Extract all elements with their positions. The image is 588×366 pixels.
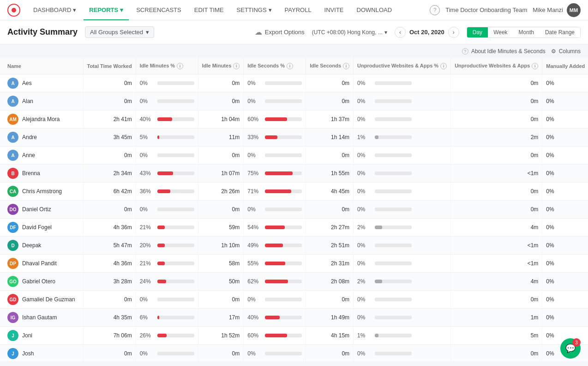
name-cell: DODaniel Ortiz: [0, 201, 83, 219]
user-avatar: MM: [567, 3, 581, 17]
date-prev-button[interactable]: [395, 27, 406, 38]
total-time-cell: 5h 47m: [83, 237, 136, 255]
unprod-cell: <1m: [451, 165, 542, 183]
idle-pct-cell: 0%: [136, 146, 198, 165]
nav-item-settings[interactable]: SETTINGS: [231, 0, 277, 20]
nav-item-payroll[interactable]: PAYROLL: [279, 0, 317, 20]
table-row[interactable]: AAlan0m0%0m0%0m0%0m0%: [0, 92, 588, 110]
user-menu[interactable]: Mike Manzi MM: [533, 3, 581, 17]
table-row[interactable]: BBrenna2h 34m43%1h 07m75%1h 55m0%<1m0%: [0, 165, 588, 183]
idle-pct-cell: 21%: [136, 255, 198, 273]
table-row[interactable]: DPDhaval Pandit4h 36m21%58m55%2h 31m0%<1…: [0, 255, 588, 273]
idle-pct-cell: 26%: [136, 327, 198, 345]
nav-item-reports[interactable]: REPORTS: [84, 0, 129, 20]
table-row[interactable]: AAnne0m0%0m0%0m0%0m0%: [0, 146, 588, 165]
unprod-cell: 0m: [451, 183, 542, 201]
manual-cell: 0%: [542, 128, 588, 146]
unprod-pct-cell: 2%: [354, 273, 451, 291]
idle-sec-cell: 2h 31m: [306, 255, 354, 273]
info-icon[interactable]: i: [233, 63, 240, 69]
groups-label: All Groups Selected: [90, 29, 143, 36]
columns-button[interactable]: ⚙ Columns: [551, 48, 581, 55]
total-time-cell: 7h 06m: [83, 327, 136, 345]
nav-item-invite[interactable]: INVITE: [319, 0, 349, 20]
nav-item-edit_time[interactable]: EDIT TIME: [189, 0, 229, 20]
date-range-btn-month[interactable]: Month: [513, 27, 540, 37]
unprod-cell: 0m: [451, 291, 542, 309]
total-time-cell: 0m: [83, 146, 136, 165]
idle-pct-cell: 43%: [136, 165, 198, 183]
date-range-btn-day[interactable]: Day: [467, 27, 488, 37]
total-time-cell: 4h 36m: [83, 255, 136, 273]
table-row[interactable]: JJoni7h 06m26%1h 52m60%4h 15m1%5m0%: [0, 327, 588, 345]
table-row[interactable]: DFDavid Fogel4h 36m21%59m54%2h 27m2%4m0%: [0, 219, 588, 237]
table-row[interactable]: GOGabriel Otero3h 28m24%50m62%2h 08m2%4m…: [0, 273, 588, 291]
unprod-pct-cell: 0%: [354, 255, 451, 273]
unprod-pct-cell: 0%: [354, 183, 451, 201]
manual-cell: 0%: [542, 273, 588, 291]
name-cell: DFDavid Fogel: [0, 219, 83, 237]
idle-sec-cell: 0m: [306, 345, 354, 361]
page-title: Activity Summary: [7, 27, 78, 37]
nav-item-screencasts[interactable]: SCREENCASTS: [131, 0, 187, 20]
idle-sec-cell: 0m: [306, 291, 354, 309]
table-row[interactable]: CAChris Armstrong6h 42m36%2h 26m71%4h 45…: [0, 183, 588, 201]
table-row[interactable]: AAes0m0%0m0%0m0%0m0%: [0, 74, 588, 92]
idle-sec-pct-cell: 0%: [244, 92, 306, 110]
info-icon[interactable]: i: [532, 63, 538, 69]
timezone-selector[interactable]: (UTC +08:00) Hong Kong, ...: [312, 29, 387, 36]
table-row[interactable]: AAndre3h 45m5%11m33%1h 14m1%2m0%: [0, 128, 588, 146]
unprod-pct-cell: 0%: [354, 74, 451, 92]
manual-cell: 0%: [542, 237, 588, 255]
activity-table: NameTotal Time WorkedIdle Minutes %iIdle…: [0, 58, 588, 361]
total-time-cell: 6h 42m: [83, 183, 136, 201]
unprod-cell: 5m: [451, 327, 542, 345]
info-icon[interactable]: i: [343, 63, 349, 69]
nav-item-dashboard[interactable]: DASHBOARD: [28, 0, 82, 20]
table-row[interactable]: JJosh0m0%0m0%0m0%0m0%: [0, 345, 588, 361]
idle-min-cell: 1h 07m: [198, 165, 244, 183]
idle-min-cell: 0m: [198, 291, 244, 309]
about-idle-button[interactable]: ? About Idle Minutes & Seconds: [460, 48, 546, 55]
groups-selector[interactable]: All Groups Selected: [85, 26, 154, 38]
idle-pct-cell: 0%: [136, 201, 198, 219]
info-icon[interactable]: i: [287, 63, 293, 69]
table-row[interactable]: DODaniel Ortiz0m0%0m0%0m0%0m0%: [0, 201, 588, 219]
idle-pct-cell: 0%: [136, 74, 198, 92]
table-row[interactable]: DDeepak5h 47m20%1h 10m49%2h 51m0%<1m0%: [0, 237, 588, 255]
table-row[interactable]: GDGamaliel De Guzman0m0%0m0%0m0%0m0%: [0, 291, 588, 309]
table-row[interactable]: IGIshan Gautam4h 35m6%17m40%1h 49m0%1m0%: [0, 309, 588, 327]
idle-sec-pct-cell: 49%: [244, 237, 306, 255]
logo[interactable]: [7, 4, 20, 17]
table-container: NameTotal Time WorkedIdle Minutes %iIdle…: [0, 58, 588, 361]
date-nav: Oct 20, 2020: [395, 27, 459, 38]
table-row[interactable]: AMAlejandra Mora2h 41m40%1h 04m60%1h 37m…: [0, 110, 588, 128]
idle-sec-pct-cell: 55%: [244, 255, 306, 273]
name-cell: JJosh: [0, 345, 83, 361]
nav-item-download[interactable]: DOWNLOAD: [351, 0, 398, 20]
idle-min-cell: 58m: [198, 255, 244, 273]
manual-cell: 0%: [542, 201, 588, 219]
export-button[interactable]: ☁ Export Options: [255, 28, 305, 37]
about-idle-label: About Idle Minutes & Seconds: [471, 48, 546, 55]
info-icon[interactable]: i: [440, 63, 447, 69]
date-next-button[interactable]: [448, 27, 459, 38]
idle-min-cell: 1h 52m: [198, 327, 244, 345]
idle-sec-pct-cell: 0%: [244, 146, 306, 165]
name-cell: DDeepak: [0, 237, 83, 255]
chevron-left-icon: [399, 29, 401, 36]
info-icon[interactable]: i: [177, 63, 183, 69]
unprod-cell: 0m: [451, 201, 542, 219]
chat-button[interactable]: 💬 3: [560, 338, 581, 359]
manual-cell: 0%: [542, 146, 588, 165]
unprod-cell: <1m: [451, 255, 542, 273]
idle-sec-cell: 4h 45m: [306, 183, 354, 201]
columns-label: Columns: [559, 48, 581, 55]
idle-min-cell: 0m: [198, 146, 244, 165]
unprod-pct-cell: 0%: [354, 110, 451, 128]
name-cell: AAes: [0, 74, 83, 92]
name-cell: GDGamaliel De Guzman: [0, 291, 83, 309]
help-button[interactable]: ?: [430, 5, 440, 15]
date-range-btn-date-range[interactable]: Date Range: [540, 27, 580, 37]
date-range-btn-week[interactable]: Week: [488, 27, 513, 37]
